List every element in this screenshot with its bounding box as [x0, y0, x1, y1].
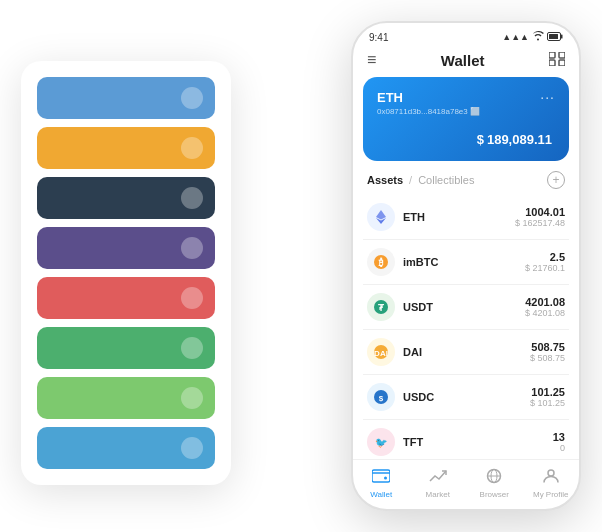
eth-card-menu[interactable]: ···	[540, 89, 555, 105]
usdc-name: USDC	[403, 391, 530, 403]
browser-nav-label: Browser	[480, 490, 509, 499]
asset-row-dai[interactable]: DAI DAI 508.75 $ 508.75	[363, 330, 569, 375]
usdc-usd-value: $ 101.25	[530, 398, 565, 408]
imbtc-icon: ₿	[367, 248, 395, 276]
add-asset-button[interactable]: +	[547, 171, 565, 189]
asset-row-usdc[interactable]: $ USDC 101.25 $ 101.25	[363, 375, 569, 420]
usdt-icon: ₮	[367, 293, 395, 321]
asset-row-imbtc[interactable]: ₿ imBTC 2.5 $ 21760.1	[363, 240, 569, 285]
svg-text:₮: ₮	[378, 303, 385, 313]
usdt-amount: 4201.08 $ 4201.08	[525, 296, 565, 318]
assets-tabs: Assets / Collectibles	[367, 174, 474, 186]
card-item	[37, 127, 215, 169]
tft-icon: 🐦	[367, 428, 395, 456]
wallet-nav-label: Wallet	[370, 490, 392, 499]
usdt-usd-value: $ 4201.08	[525, 308, 565, 318]
battery-icon	[547, 32, 563, 43]
balance-value: 189,089.11	[487, 132, 552, 147]
assets-tab-active[interactable]: Assets	[367, 174, 403, 186]
phone-header: ≡ Wallet	[353, 47, 579, 77]
scene: 9:41 ▲▲▲ ≡ Wallet ETH ···	[21, 21, 581, 511]
card-item	[37, 277, 215, 319]
svg-rect-1	[561, 34, 563, 38]
expand-icon[interactable]	[549, 52, 565, 69]
eth-amount: 1004.01 $ 162517.48	[515, 206, 565, 228]
tft-usd-value: 0	[553, 443, 565, 453]
card-item	[37, 377, 215, 419]
assets-header: Assets / Collectibles +	[353, 161, 579, 195]
status-bar: 9:41 ▲▲▲	[353, 23, 579, 47]
imbtc-amount: 2.5 $ 21760.1	[525, 251, 565, 273]
menu-icon[interactable]: ≡	[367, 51, 376, 69]
svg-rect-19	[372, 470, 390, 482]
card-item	[37, 77, 215, 119]
usdt-amount-value: 4201.08	[525, 296, 565, 308]
eth-amount-value: 1004.01	[515, 206, 565, 218]
asset-row-usdt[interactable]: ₮ USDT 4201.08 $ 4201.08	[363, 285, 569, 330]
card-item	[37, 327, 215, 369]
card-item	[37, 177, 215, 219]
bottom-nav: Wallet Market Browser My Profile	[353, 459, 579, 509]
dai-amount: 508.75 $ 508.75	[530, 341, 565, 363]
usdc-amount-value: 101.25	[530, 386, 565, 398]
eth-card-title: ETH	[377, 90, 403, 105]
card-item	[37, 427, 215, 469]
card-item	[37, 227, 215, 269]
market-nav-icon	[429, 468, 447, 488]
eth-card-address: 0x08711d3b...8418a78e3 ⬜	[377, 107, 555, 116]
wifi-icon	[532, 31, 544, 43]
assets-tab-collectibles[interactable]: Collectibles	[418, 174, 474, 186]
page-title: Wallet	[441, 52, 485, 69]
svg-text:DAI: DAI	[374, 349, 388, 358]
tab-divider: /	[409, 174, 412, 186]
dai-usd-value: $ 508.75	[530, 353, 565, 363]
imbtc-name: imBTC	[403, 256, 525, 268]
browser-nav-icon	[485, 468, 503, 488]
dai-amount-value: 508.75	[530, 341, 565, 353]
eth-icon	[367, 203, 395, 231]
asset-row-tft[interactable]: 🐦 TFT 13 0	[363, 420, 569, 459]
nav-profile[interactable]: My Profile	[523, 468, 580, 499]
profile-nav-icon	[542, 468, 560, 488]
wallet-nav-icon	[372, 468, 390, 488]
imbtc-usd-value: $ 21760.1	[525, 263, 565, 273]
status-time: 9:41	[369, 32, 388, 43]
svg-marker-7	[376, 210, 386, 220]
svg-rect-2	[549, 34, 558, 39]
eth-card-balance: $189,089.11	[377, 126, 555, 149]
dai-icon: DAI	[367, 338, 395, 366]
usdt-name: USDT	[403, 301, 525, 313]
signal-icon: ▲▲▲	[502, 32, 529, 42]
svg-rect-5	[549, 60, 555, 66]
nav-wallet[interactable]: Wallet	[353, 468, 410, 499]
svg-text:$: $	[379, 394, 384, 403]
card-stack	[21, 61, 231, 485]
usdc-amount: 101.25 $ 101.25	[530, 386, 565, 408]
balance-currency: $	[477, 132, 484, 147]
imbtc-amount-value: 2.5	[525, 251, 565, 263]
tft-amount-value: 13	[553, 431, 565, 443]
svg-text:🐦: 🐦	[375, 436, 388, 449]
svg-point-20	[384, 477, 387, 480]
eth-usd-value: $ 162517.48	[515, 218, 565, 228]
dai-name: DAI	[403, 346, 530, 358]
eth-card: ETH ··· 0x08711d3b...8418a78e3 ⬜ $189,08…	[363, 77, 569, 161]
phone-mockup: 9:41 ▲▲▲ ≡ Wallet ETH ···	[351, 21, 581, 511]
tft-amount: 13 0	[553, 431, 565, 453]
market-nav-label: Market	[426, 490, 450, 499]
svg-point-24	[548, 470, 554, 476]
nav-browser[interactable]: Browser	[466, 468, 523, 499]
svg-rect-3	[549, 52, 555, 58]
asset-row-eth[interactable]: ETH 1004.01 $ 162517.48	[363, 195, 569, 240]
eth-name: ETH	[403, 211, 515, 223]
usdc-icon: $	[367, 383, 395, 411]
tft-name: TFT	[403, 436, 553, 448]
asset-list: ETH 1004.01 $ 162517.48 ₿ imBTC 2.5 $ 21…	[353, 195, 579, 459]
svg-rect-6	[559, 60, 565, 66]
eth-card-header: ETH ···	[377, 89, 555, 105]
profile-nav-label: My Profile	[533, 490, 569, 499]
svg-rect-4	[559, 52, 565, 58]
nav-market[interactable]: Market	[410, 468, 467, 499]
status-icons: ▲▲▲	[502, 31, 563, 43]
